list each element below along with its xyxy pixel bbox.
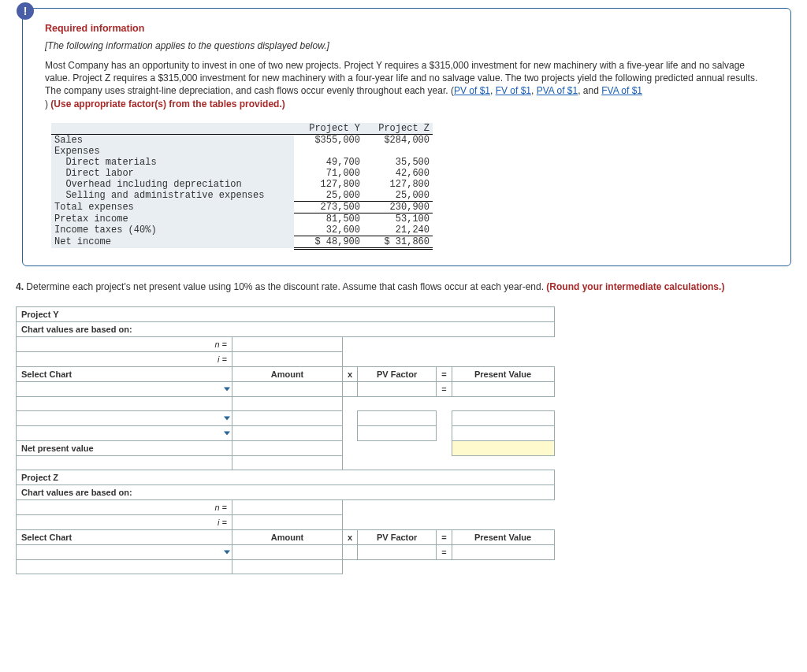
row-te-z: 230,900 bbox=[363, 201, 433, 213]
fv-link[interactable]: FV of $1 bbox=[496, 85, 531, 96]
chart-select-y-1[interactable] bbox=[17, 381, 232, 396]
row-tax-label: Income taxes (40%) bbox=[51, 225, 294, 236]
n-input-y[interactable] bbox=[232, 336, 343, 351]
col-header-y: Project Y bbox=[294, 123, 363, 135]
i-label-z: i = bbox=[17, 514, 232, 529]
col-header-z: Project Z bbox=[363, 123, 433, 135]
pva-link[interactable]: PVA of $1 bbox=[537, 85, 578, 96]
income-statement-table: Project YProject Z Sales$355,000$284,000… bbox=[51, 123, 433, 250]
row-ni-y: $ 48,900 bbox=[294, 236, 363, 248]
row-te-label: Total expenses bbox=[51, 201, 294, 213]
row-sales-z: $284,000 bbox=[363, 134, 433, 146]
pvfactor-input-z-1[interactable] bbox=[358, 544, 437, 559]
pvfactor-input-y-1[interactable] bbox=[358, 381, 437, 396]
amount-input-y-1[interactable] bbox=[232, 381, 343, 396]
chart-select-y-3[interactable] bbox=[17, 425, 232, 440]
row-pi-y: 81,500 bbox=[294, 213, 363, 225]
i-input-z[interactable] bbox=[232, 514, 343, 529]
select-chart-header-z: Select Chart bbox=[17, 529, 232, 544]
fva-link[interactable]: FVA of $1 bbox=[601, 85, 642, 96]
select-chart-header: Select Chart bbox=[17, 366, 232, 381]
required-information-heading: Required information bbox=[45, 23, 768, 34]
amount-header: Amount bbox=[232, 366, 343, 381]
row-pi-label: Pretax income bbox=[51, 213, 294, 225]
amount-header-z: Amount bbox=[232, 529, 343, 544]
n-label-z: n = bbox=[17, 499, 232, 514]
row-oh-label: Overhead including depreciation bbox=[51, 179, 294, 190]
eq-cell-z: = bbox=[437, 544, 452, 559]
info-icon: ! bbox=[17, 2, 34, 20]
npv-label-y: Net present value bbox=[17, 440, 232, 455]
chart-select-z-1[interactable] bbox=[17, 544, 232, 559]
pv-factor-header-z: PV Factor bbox=[358, 529, 437, 544]
chart-select-y-2[interactable] bbox=[17, 410, 232, 425]
row-sales-label: Sales bbox=[51, 134, 294, 146]
pv-output-z-1[interactable] bbox=[452, 544, 554, 559]
row-sa-label: Selling and administrative expenses bbox=[51, 190, 294, 202]
pv-link[interactable]: PV of $1 bbox=[454, 85, 490, 96]
row-sa-y: 25,000 bbox=[294, 190, 363, 202]
question-number: 4. bbox=[16, 281, 24, 292]
pv-output-y-2[interactable] bbox=[452, 410, 554, 425]
row-sa-z: 25,000 bbox=[363, 190, 433, 202]
row-ni-label: Net income bbox=[51, 236, 294, 248]
row-oh-y: 127,800 bbox=[294, 179, 363, 190]
row-ni-z: $ 31,860 bbox=[363, 236, 433, 248]
applies-note: [The following information applies to th… bbox=[45, 40, 768, 51]
amount-input-y-2[interactable] bbox=[232, 410, 343, 425]
round-note: (Round your intermediate calculations.) bbox=[546, 281, 724, 292]
present-value-header-z: Present Value bbox=[452, 529, 554, 544]
chart-basis-label-z: Chart values are based on: bbox=[17, 485, 555, 499]
row-dm-label: Direct materials bbox=[51, 157, 294, 168]
present-value-header: Present Value bbox=[452, 366, 554, 381]
problem-paragraph: Most Company has an opportunity to inves… bbox=[45, 59, 768, 110]
project-y-table: Project Y Chart values are based on: n =… bbox=[16, 306, 555, 574]
n-label: n = bbox=[17, 336, 232, 351]
row-dm-y: 49,700 bbox=[294, 157, 363, 168]
row-dl-y: 71,000 bbox=[294, 168, 363, 179]
x-header-z: x bbox=[343, 529, 358, 544]
row-tax-y: 32,600 bbox=[294, 225, 363, 236]
pv-output-y-1[interactable] bbox=[452, 381, 554, 396]
project-z-header: Project Z bbox=[17, 470, 555, 485]
n-input-z[interactable] bbox=[232, 499, 343, 514]
row-oh-z: 127,800 bbox=[363, 179, 433, 190]
amount-input-z-1[interactable] bbox=[232, 544, 343, 559]
row-te-y: 273,500 bbox=[294, 201, 363, 213]
paragraph-text: Most Company has an opportunity to inves… bbox=[45, 60, 757, 96]
required-information-panel: ! Required information [The following in… bbox=[22, 8, 791, 266]
amount-input-y-3[interactable] bbox=[232, 425, 343, 440]
chart-basis-label: Chart values are based on: bbox=[17, 321, 555, 336]
question-text: 4. Determine each project's net present … bbox=[16, 280, 791, 294]
i-input-y[interactable] bbox=[232, 351, 343, 366]
pv-output-y-3[interactable] bbox=[452, 425, 554, 440]
row-expenses-label: Expenses bbox=[51, 146, 294, 157]
row-sales-y: $355,000 bbox=[294, 134, 363, 146]
npv-output-y[interactable] bbox=[452, 440, 554, 455]
eq-cell: = bbox=[437, 381, 452, 396]
row-pi-z: 53,100 bbox=[363, 213, 433, 225]
row-dl-z: 42,600 bbox=[363, 168, 433, 179]
x-header: x bbox=[343, 366, 358, 381]
eq-header-z: = bbox=[437, 529, 452, 544]
row-dl-label: Direct labor bbox=[51, 168, 294, 179]
row-tax-z: 21,240 bbox=[363, 225, 433, 236]
factor-note: (Use appropriate factor(s) from the tabl… bbox=[48, 98, 285, 110]
row-dm-z: 35,500 bbox=[363, 157, 433, 168]
eq-header: = bbox=[437, 366, 452, 381]
i-label: i = bbox=[17, 351, 232, 366]
pv-factor-header: PV Factor bbox=[358, 366, 437, 381]
project-y-header: Project Y bbox=[17, 306, 555, 321]
